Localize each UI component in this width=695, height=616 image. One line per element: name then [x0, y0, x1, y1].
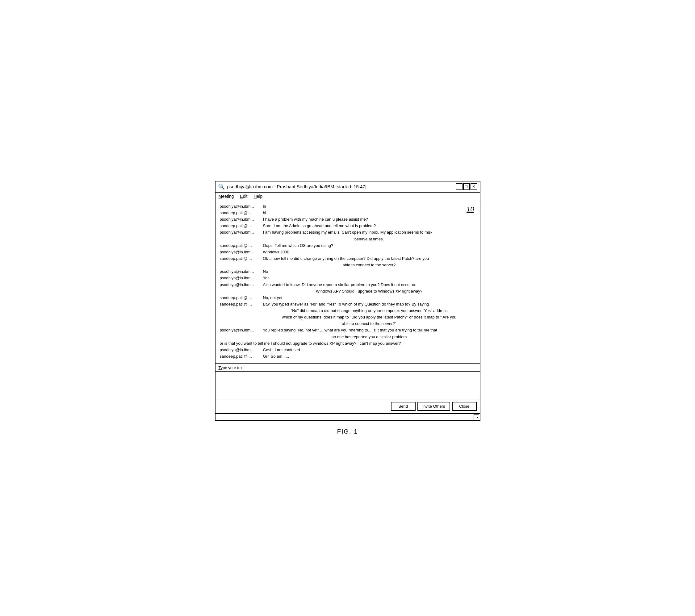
- message-11: Also wanted to know. Did anyone report a…: [263, 282, 475, 288]
- menu-meeting[interactable]: Meeting: [219, 194, 234, 199]
- chat-message-5: psodhiya@in.ibm... I am having problems …: [220, 229, 475, 236]
- message-17: Grr. So am I ...: [263, 353, 475, 360]
- invite-others-button[interactable]: Invite Others: [418, 402, 450, 411]
- continuation-5-text: behave at times.: [263, 236, 475, 242]
- continuation-14-text: no one has reported you a similar proble…: [263, 334, 475, 340]
- message-13: Btw, you typed answer as "No" and "Yes" …: [263, 301, 475, 307]
- sender-11: psodhiya@in.ibm...: [220, 282, 263, 288]
- message-12: No, not yet: [263, 295, 475, 301]
- chat-message-7: psodhiya@in.ibm... Windows 2000: [220, 249, 475, 255]
- sender-3: psodhiya@in.ibm...: [220, 216, 263, 223]
- maximize-button[interactable]: □: [463, 183, 470, 190]
- message-4: Sure, I am the Admin so go ahead and tel…: [263, 223, 475, 229]
- window-controls: — □ ✕: [456, 183, 477, 190]
- send-button[interactable]: Send: [391, 402, 416, 411]
- chat-message-1: psodhiya@in.ibm... hi: [220, 203, 475, 209]
- message-3: I have a problem with my machine can u p…: [263, 216, 475, 223]
- continuation-13b-text: which of my questions, does it map to "D…: [263, 314, 475, 320]
- chat-continuation-11: Windows XP? Should I upgrade to Windows …: [220, 288, 475, 294]
- chat-message-6: sandeep.patil@i... Oops, Tell me which O…: [220, 243, 475, 249]
- window-title: psodhiya@in.ibm.com - Prashant Sodhiya/I…: [227, 184, 367, 189]
- sender-17: sandeep.patil@i...: [220, 353, 263, 360]
- minimize-button[interactable]: —: [456, 183, 462, 190]
- sender-16: psodhiya@in.ibm...: [220, 347, 263, 353]
- title-bar-left: 🔍 psodhiya@in.ibm.com - Prashant Sodhiya…: [218, 183, 367, 190]
- chat-message-2: sandeep.patil@i... hi: [220, 210, 475, 216]
- chat-number: 10: [467, 204, 474, 215]
- chat-continuation-5: behave at times.: [220, 236, 475, 242]
- continuation-8-text: able to connect to the server?: [263, 262, 475, 268]
- close-button[interactable]: Close: [452, 402, 477, 411]
- chat-message-4: sandeep.patil@i... Sure, I am the Admin …: [220, 223, 475, 229]
- message-10: Yes: [263, 275, 475, 281]
- sender-13: sandeep.patil@i...: [220, 301, 263, 307]
- chat-message-12: sandeep.patil@i... No, not yet: [220, 295, 475, 301]
- message-9: No: [263, 269, 475, 275]
- message-14: You replied saying "No, not yet" ... wha…: [263, 327, 475, 333]
- status-bar: [216, 414, 480, 420]
- chat-continuation-13c: able to connect to the server?": [220, 321, 475, 327]
- type-label: Type your text: [216, 363, 480, 372]
- title-bar: 🔍 psodhiya@in.ibm.com - Prashant Sodhiya…: [216, 182, 480, 192]
- text-input-area[interactable]: [216, 372, 480, 399]
- continuation-11-text: Windows XP? Should I upgrade to Windows …: [263, 288, 475, 294]
- chat-message-17: sandeep.patil@i... Grr. So am I ...: [220, 353, 475, 360]
- sender-6: sandeep.patil@i...: [220, 243, 263, 249]
- chat-continuation-13a: "No" did u mean u did not change anythin…: [220, 308, 475, 314]
- chat-continuation-13b: which of my questions, does it map to "D…: [220, 314, 475, 320]
- menu-bar: Meeting Edit Help: [216, 192, 480, 200]
- message-5: I am having problems accessing my emails…: [263, 229, 475, 236]
- close-window-button[interactable]: ✕: [471, 183, 477, 190]
- message-1: hi: [263, 203, 475, 209]
- continuation-13c-text: able to connect to the server?": [263, 321, 475, 327]
- bottom-bar: Send Invite Others Close: [216, 399, 480, 414]
- sender-10: psodhiya@in.ibm...: [220, 275, 263, 281]
- figure-label: FIG. 1: [337, 428, 358, 435]
- message-6: Oops, Tell me which OS are you using?: [263, 243, 475, 249]
- message-2: hi: [263, 210, 475, 216]
- outer-wrapper: 🔍 psodhiya@in.ibm.com - Prashant Sodhiya…: [215, 181, 480, 435]
- chat-message-13: sandeep.patil@i... Btw, you typed answer…: [220, 301, 475, 307]
- sender-1: psodhiya@in.ibm...: [220, 203, 263, 209]
- chat-message-9: psodhiya@in.ibm... No: [220, 269, 475, 275]
- sender-4: sandeep.patil@i...: [220, 223, 263, 229]
- message-8: Ok ..mow tell me did u change anything o…: [263, 256, 475, 262]
- standalone-message-15: or is that you want to tell me I should …: [220, 340, 475, 346]
- chat-continuation-14: no one has reported you a similar proble…: [220, 334, 475, 340]
- message-7: Windows 2000: [263, 249, 475, 255]
- menu-help[interactable]: Help: [254, 194, 262, 199]
- sender-12: sandeep.patil@i...: [220, 295, 263, 301]
- chat-message-11: psodhiya@in.ibm... Also wanted to know. …: [220, 282, 475, 288]
- chat-message-3: psodhiya@in.ibm... I have a problem with…: [220, 216, 475, 223]
- chat-message-10: psodhiya@in.ibm... Yes: [220, 275, 475, 281]
- chat-message-8: sandeep.patil@i... Ok ..mow tell me did …: [220, 256, 475, 262]
- message-16: Gosh! I am confused ...: [263, 347, 475, 353]
- main-window: 🔍 psodhiya@in.ibm.com - Prashant Sodhiya…: [215, 181, 480, 421]
- sender-5: psodhiya@in.ibm...: [220, 229, 263, 236]
- chat-area: 10 psodhiya@in.ibm... hi sandeep.patil@i…: [216, 200, 480, 363]
- menu-edit[interactable]: Edit: [240, 194, 247, 199]
- sender-14: psodhiya@in.ibm...: [220, 327, 263, 333]
- chat-message-16: psodhiya@in.ibm... Gosh! I am confused .…: [220, 347, 475, 353]
- sender-2: sandeep.patil@i...: [220, 210, 263, 216]
- chat-message-14: psodhiya@in.ibm... You replied saying "N…: [220, 327, 475, 333]
- app-icon: 🔍: [218, 183, 225, 190]
- continuation-13a-text: "No" did u mean u did not change anythin…: [263, 308, 475, 314]
- sender-9: psodhiya@in.ibm...: [220, 269, 263, 275]
- sender-7: psodhiya@in.ibm...: [220, 249, 263, 255]
- resize-handle[interactable]: [474, 414, 478, 420]
- chat-continuation-8: able to connect to the server?: [220, 262, 475, 268]
- sender-8: sandeep.patil@i...: [220, 256, 263, 262]
